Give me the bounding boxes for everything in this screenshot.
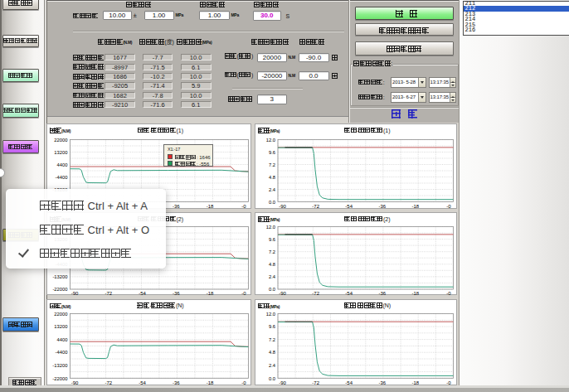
svg-text:-18: -18	[207, 291, 214, 296]
svg-text:-90: -90	[279, 380, 286, 385]
svg-text:2.4: 2.4	[269, 187, 276, 192]
svg-text:-22000: -22000	[52, 375, 67, 380]
svg-text:-0: -0	[241, 204, 246, 209]
svg-text:-4400: -4400	[56, 350, 68, 355]
svg-text:4400: 4400	[56, 162, 67, 167]
svg-text:-54: -54	[139, 380, 146, 385]
svg-text:-36: -36	[378, 291, 386, 296]
svg-text:-22000: -22000	[52, 287, 67, 292]
svg-text:-72: -72	[312, 291, 319, 296]
svg-text:-36: -36	[378, 380, 386, 385]
svg-text:-18: -18	[207, 380, 214, 385]
svg-text:4.8: 4.8	[269, 350, 275, 355]
svg-text:-54: -54	[139, 291, 146, 296]
svg-text:-72: -72	[312, 204, 319, 209]
svg-text:-18: -18	[207, 204, 214, 209]
svg-text:-90: -90	[71, 380, 79, 385]
svg-text:-0: -0	[241, 380, 246, 385]
svg-text:13200: 13200	[54, 324, 67, 329]
svg-text:4.8: 4.8	[269, 175, 275, 180]
svg-text:0.0: 0.0	[269, 375, 275, 380]
svg-text:7.2: 7.2	[269, 336, 275, 341]
svg-text:-13200: -13200	[52, 362, 67, 367]
svg-text:-36: -36	[173, 204, 180, 209]
svg-text:-54: -54	[345, 291, 353, 296]
svg-text:-90: -90	[71, 291, 79, 296]
svg-text:-18: -18	[411, 380, 419, 385]
svg-text:-72: -72	[312, 380, 319, 385]
svg-text:22000: 22000	[54, 311, 67, 316]
svg-text:-36: -36	[173, 291, 180, 296]
svg-text:12.0: 12.0	[266, 225, 275, 230]
svg-text:-4400: -4400	[56, 175, 68, 180]
svg-text:13200: 13200	[54, 150, 67, 155]
svg-text:-0: -0	[241, 291, 246, 296]
svg-text:-18: -18	[411, 204, 419, 209]
svg-text:2.4: 2.4	[269, 362, 276, 367]
svg-text:7.2: 7.2	[269, 162, 275, 167]
svg-text:0.0: 0.0	[269, 287, 275, 292]
svg-text:12.0: 12.0	[266, 311, 275, 316]
svg-text:9.6: 9.6	[269, 237, 275, 242]
svg-text:-90: -90	[279, 291, 286, 296]
svg-text:-18: -18	[411, 291, 419, 296]
svg-text:-54: -54	[345, 204, 353, 209]
svg-text:-36: -36	[173, 380, 180, 385]
svg-text:-0: -0	[446, 204, 451, 209]
svg-text:4.8: 4.8	[269, 262, 275, 267]
svg-text:-72: -72	[105, 380, 112, 385]
svg-text:0.0: 0.0	[269, 200, 275, 205]
svg-text:-36: -36	[378, 204, 386, 209]
svg-text:-0: -0	[446, 291, 451, 296]
svg-text:-54: -54	[345, 380, 353, 385]
svg-text:-13200: -13200	[52, 274, 67, 279]
svg-text:4400: 4400	[56, 336, 67, 341]
svg-text:-90: -90	[279, 204, 286, 209]
svg-text:2.4: 2.4	[269, 274, 276, 279]
svg-text:22000: 22000	[54, 138, 67, 143]
svg-text:9.6: 9.6	[269, 150, 275, 155]
svg-text:9.6: 9.6	[269, 324, 275, 329]
svg-text:-0: -0	[446, 380, 451, 385]
svg-text:-72: -72	[105, 291, 112, 296]
svg-text:12.0: 12.0	[266, 138, 275, 143]
svg-text:7.2: 7.2	[269, 249, 275, 254]
